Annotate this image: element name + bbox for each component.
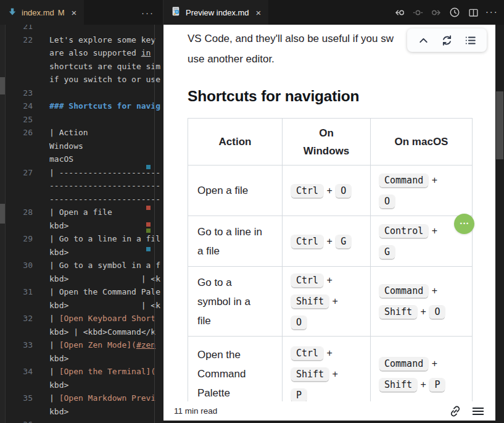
code-line[interactable]: kbd> (6, 352, 163, 366)
key-cap: Command (379, 285, 428, 298)
code-text: if you switch to or use (49, 75, 160, 84)
table-row: Go to a symbol in a fileCtrl + Shift + O… (188, 267, 473, 337)
code-line[interactable]: if you switch to or use (6, 73, 163, 86)
vscode-window: index.md M × ··· (0, 0, 504, 423)
code-line[interactable]: 25 (6, 113, 163, 127)
code-text: are also supported in (49, 48, 151, 57)
key-cap: Ctrl (291, 347, 323, 360)
line-number: 28 (6, 207, 33, 217)
table-header: Action (188, 119, 283, 165)
code-text: | Open the Command Pale (49, 287, 160, 296)
key-cap: G (379, 246, 395, 259)
close-tab-icon[interactable]: × (72, 8, 77, 17)
code-line[interactable]: 24### Shortcuts for navig (6, 99, 163, 113)
read-time-label: 11 min read (174, 406, 217, 416)
code-line[interactable]: 30| Go to a symbol in a f (6, 259, 163, 272)
line-number: 35 (6, 393, 33, 403)
code-text: kbd> (49, 248, 68, 257)
code-line[interactable]: 22Let's explore some key (6, 33, 163, 47)
action-cell: Go to a line in a file (188, 216, 283, 267)
code-line[interactable]: 33| [Open Zen Mode](#zen (6, 338, 163, 352)
markdown-preview-icon (171, 6, 181, 19)
code-line[interactable]: 26| Action (6, 126, 163, 140)
deleted-change-mark (146, 206, 151, 210)
code-line[interactable]: 23 (6, 86, 163, 100)
timeline-clock-icon[interactable] (447, 5, 462, 20)
code-line[interactable]: kbd> | <k (6, 272, 163, 286)
key-cap: P (429, 379, 445, 392)
code-line[interactable]: 36 (6, 418, 163, 423)
code-line[interactable]: macOS (6, 153, 163, 166)
annotation-button[interactable]: ••• (454, 214, 474, 234)
key-cap: O (379, 195, 395, 208)
close-tab-icon[interactable]: × (256, 8, 262, 17)
link-icon[interactable] (448, 404, 462, 418)
modified-change-mark (146, 247, 151, 251)
left-strip (0, 25, 6, 423)
code-line[interactable]: shortcuts are quite sim (6, 60, 163, 73)
key-cap: G (336, 235, 351, 248)
shortcut-cell: Ctrl + Shift + P (283, 337, 371, 412)
code-line[interactable]: 35| [Open Markdown Previ (6, 392, 163, 405)
code-line[interactable]: ----------------------- (6, 179, 163, 193)
code-text: ### Shortcuts for navig (49, 101, 160, 111)
code-line[interactable]: 27| --------------------- (6, 166, 163, 180)
strip-segment (0, 77, 5, 94)
tab-index-md[interactable]: index.md M × (0, 0, 84, 25)
tab-label: Preview index.md (186, 8, 249, 17)
scrollbar-thumb[interactable] (496, 91, 503, 159)
code-line[interactable]: 31| Open the Command Pale (6, 285, 163, 299)
code-text: kbd> | <k (49, 274, 160, 283)
line-number: 23 (6, 88, 33, 98)
code-line[interactable]: ----------------------- (6, 193, 163, 206)
code-line[interactable]: 29| Go to a line in a fil (6, 232, 163, 246)
code-text: kbd> | <kbd>Command</k (49, 327, 155, 337)
line-number: 27 (6, 168, 33, 177)
editor-pane[interactable]: 2122Let's explore some keyare also suppo… (0, 25, 163, 423)
code-line[interactable]: 28| Open a file (6, 206, 163, 219)
shortcut-cell: Ctrl + Shift + O (283, 267, 371, 337)
code-line[interactable]: 32| [Open Keyboard Short (6, 312, 163, 325)
code-line[interactable]: are also supported in (6, 46, 163, 60)
code-line[interactable]: kbd> (6, 246, 163, 259)
refresh-icon[interactable] (440, 33, 455, 48)
menu-icon[interactable] (471, 404, 485, 418)
collapse-up-icon[interactable] (416, 33, 431, 48)
editor-ruler (154, 25, 155, 423)
next-change-icon[interactable] (429, 5, 444, 20)
previous-change-icon[interactable] (392, 5, 407, 20)
preview-pane: VS Code, and they'll also be useful if y… (163, 25, 504, 423)
table-header: On macOS (371, 119, 473, 165)
code-line[interactable]: kbd> (6, 379, 163, 392)
key-cap: O (429, 306, 445, 319)
editor-overflow-icon[interactable]: ··· (141, 0, 154, 25)
line-number: 26 (6, 128, 33, 137)
key-cap: P (291, 389, 307, 402)
code-text: kbd> | <k (49, 301, 160, 310)
code-line[interactable]: kbd> (6, 405, 163, 419)
action-cell: Go to a symbol in a file (188, 267, 283, 337)
code-text: | [Open Markdown Previ (49, 393, 155, 403)
strip-segment (0, 204, 5, 224)
code-text: | Go to a symbol in a f (49, 261, 160, 270)
line-number: 22 (6, 35, 33, 44)
table-row: Open a fileCtrl + OCommand + O (188, 165, 473, 216)
code-line[interactable]: kbd> (6, 219, 163, 233)
action-cell: Open a file (188, 165, 283, 216)
table-row: Go to a line in a fileCtrl + GControl + … (188, 216, 473, 267)
code-line[interactable]: kbd> | <kbd>Command</k (6, 325, 163, 339)
split-editor-icon[interactable] (466, 5, 481, 20)
code-area[interactable]: 2122Let's explore some keyare also suppo… (6, 25, 163, 423)
preview-scrollbar[interactable] (495, 25, 504, 423)
code-line[interactable]: kbd> | <k (6, 299, 163, 312)
tab-preview-index-md[interactable]: Preview index.md × (163, 0, 268, 25)
key-cap: Command (379, 174, 428, 187)
code-text: shortcuts are quite sim (49, 62, 160, 71)
code-line[interactable]: 34| [Open the Terminal]( (6, 365, 163, 379)
code-line[interactable]: 21 (6, 25, 163, 33)
more-actions-icon[interactable]: ··· (484, 5, 499, 20)
key-cap: Shift (291, 368, 329, 381)
current-change-icon[interactable] (410, 5, 425, 20)
code-line[interactable]: Windows (6, 140, 163, 153)
table-of-contents-icon[interactable] (463, 33, 478, 48)
